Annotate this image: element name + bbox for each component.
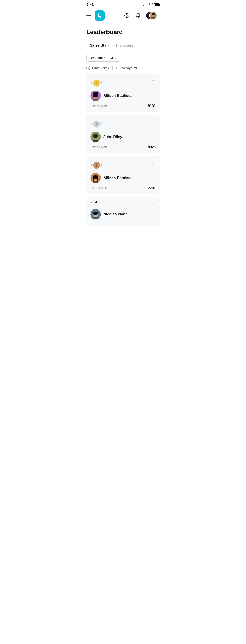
status-icons [144, 3, 160, 6]
user-menu-chevron: ⌄ [158, 14, 160, 17]
svg-point-36 [94, 178, 95, 179]
card-2-stats: Turbo Points 8026 [90, 145, 156, 149]
card-1-turbo-label: Turbo Points [90, 104, 108, 108]
svg-point-37 [96, 178, 97, 179]
card-2-user-row: John Riley [90, 132, 156, 142]
filter-row: December 2024 ⌄ [82, 50, 164, 65]
card-3-turbo-label: Turbo Points [90, 186, 108, 190]
svg-point-26 [94, 138, 97, 140]
card-3-header: 3 ⌄ [90, 159, 156, 170]
bronze-medal-icon: 3 [90, 159, 103, 169]
card-2-avatar [90, 132, 101, 142]
card-2-header: 2 ⌄ [90, 118, 156, 129]
leaderboard-cards: 1 ⌄ [82, 74, 164, 226]
gold-medal-icon: 1 [90, 77, 103, 87]
svg-point-3 [151, 17, 156, 20]
rank-4-indicator: ▲ 4 [90, 200, 97, 204]
rank-up-arrow-icon: ▲ [90, 200, 93, 204]
tabs-container: Sales Staff Promoters [82, 40, 164, 50]
card-1-avatar [90, 90, 101, 101]
card-1-header: 1 ⌄ [90, 77, 156, 88]
card-3-user-name: Allison Baptista [104, 176, 132, 180]
card-3-stats: Turbo Points 7701 [90, 186, 156, 190]
card-3-user-row: Allison Baptista [90, 173, 156, 183]
svg-point-45 [94, 215, 95, 215]
leaderboard-card-rank-2: 2 ⌄ [86, 114, 160, 153]
card-2-turbo-value: 8026 [148, 145, 156, 149]
svg-point-24 [94, 137, 95, 138]
info-row: i Turbo Points 23 days left [82, 65, 164, 74]
card-3-avatar [90, 173, 101, 183]
card-3-expand-button[interactable]: ⌄ [150, 159, 156, 165]
leaderboard-card-rank-4: ▲ 4 ⌄ Nicola [86, 197, 160, 226]
rank-4-number: 4 [95, 200, 97, 204]
svg-point-46 [96, 215, 97, 215]
battery-icon [154, 4, 160, 6]
page-title-section: Leaderboard [82, 24, 164, 40]
card-4-user-name: Nicolas Wang [104, 212, 128, 216]
card-4-user-row: Nicolas Wang [90, 209, 156, 220]
month-chevron-icon: ⌄ [115, 56, 117, 60]
card-1-user-row: Allison Baptista [90, 90, 156, 101]
svg-point-5 [152, 13, 155, 14]
tabs: Sales Staff Promoters [86, 40, 160, 50]
signal-icon [144, 3, 148, 6]
silver-medal-icon: 2 [90, 118, 103, 128]
month-selector[interactable]: December 2024 ⌄ [86, 54, 120, 62]
svg-point-1 [126, 16, 127, 17]
card-2-expand-button[interactable]: ⌄ [150, 118, 156, 124]
card-4-avatar [90, 209, 101, 220]
leaderboard-card-rank-1: 1 ⌄ [86, 74, 160, 112]
svg-point-16 [96, 96, 97, 97]
wifi-icon [149, 3, 153, 6]
card-1-user-name: Allison Baptista [104, 94, 132, 98]
tab-promoters[interactable]: Promoters [112, 40, 136, 50]
page-title: Leaderboard [86, 29, 160, 36]
rank-3-medal: 3 [90, 159, 103, 170]
leaderboard-card-rank-3: 3 ⌄ [86, 156, 160, 194]
card-4-header: ▲ 4 ⌄ [90, 200, 156, 206]
svg-text:2: 2 [96, 123, 98, 126]
turbo-points-info: i Turbo Points [86, 66, 109, 70]
nav-left [86, 10, 105, 20]
help-button[interactable] [123, 12, 131, 20]
svg-point-43 [93, 212, 98, 215]
rank-2-medal: 2 [90, 118, 103, 129]
app-logo [95, 10, 105, 20]
card-4-expand-button[interactable]: ⌄ [150, 200, 156, 206]
card-1-stats: Turbo Points 8131 [90, 104, 156, 108]
svg-text:3: 3 [96, 164, 98, 167]
svg-rect-34 [97, 178, 98, 181]
svg-point-0 [125, 13, 129, 18]
top-navigation: ✦ ⌄ [82, 9, 164, 23]
rank-1-medal: 1 [90, 77, 103, 88]
status-time: 9:41 [86, 2, 94, 7]
card-3-turbo-value: 7701 [148, 186, 156, 190]
card-1-expand-button[interactable]: ⌄ [150, 77, 156, 83]
status-bar: 9:41 [82, 0, 164, 9]
card-2-turbo-label: Turbo Points [90, 145, 108, 149]
svg-text:1: 1 [96, 82, 98, 85]
clock-icon [116, 66, 120, 70]
info-circle-icon: i [86, 66, 90, 70]
notifications-button[interactable] [134, 12, 142, 20]
card-2-user-name: John Riley [104, 135, 122, 139]
svg-rect-33 [93, 178, 94, 181]
svg-point-22 [93, 134, 98, 138]
svg-point-15 [94, 96, 95, 97]
nav-right: ✦ ⌄ [123, 12, 160, 20]
days-left-info: 23 days left [116, 66, 137, 70]
menu-button[interactable] [86, 13, 92, 18]
svg-point-25 [96, 137, 97, 138]
user-avatar [149, 12, 157, 20]
tab-sales-staff[interactable]: Sales Staff [86, 40, 112, 50]
user-menu-button[interactable]: ✦ ⌄ [146, 12, 160, 20]
card-1-turbo-value: 8131 [148, 104, 156, 108]
